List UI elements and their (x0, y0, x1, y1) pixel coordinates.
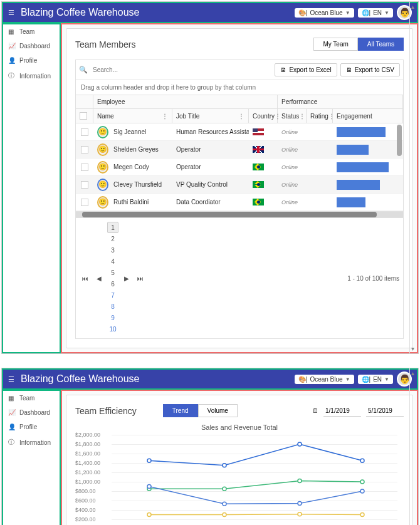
col-menu-icon[interactable]: ⋮ (299, 113, 305, 120)
scrollbar[interactable]: ▴ ▾ (409, 368, 418, 525)
col-menu-icon[interactable]: ⋮ (162, 113, 168, 120)
first-page-button[interactable]: ⏮ (80, 273, 91, 284)
volume-button[interactable]: Volume (198, 404, 238, 417)
page-5[interactable]: 5 (107, 267, 118, 278)
card-title: Team Members (75, 39, 313, 49)
sidebar-item-profile[interactable]: 👤Profile (3, 420, 60, 434)
globe-icon: 🌐| (362, 9, 371, 16)
select-all-header[interactable] (76, 109, 93, 123)
col-status[interactable]: Status⋮ (278, 109, 307, 123)
page-4[interactable]: 4 (107, 256, 118, 267)
page-10[interactable]: 10 (107, 323, 118, 335)
export-excel-button[interactable]: 🗎Export to Excel (275, 63, 337, 76)
last-page-button[interactable]: ⏭ (135, 273, 146, 284)
page-1[interactable]: 1 (107, 222, 118, 233)
y-tick: $600.00 (75, 497, 96, 504)
table-row[interactable]: 🙂Ruthi BaldiniData CoordiatorOnline (76, 194, 403, 211)
table-row[interactable]: 🙂Clevey ThursfieldVP Quality ControlOnli… (76, 176, 403, 194)
prev-page-button[interactable]: ◀ (93, 273, 105, 284)
row-job: Human Resources Assistant III (172, 128, 249, 135)
scroll-down-icon[interactable]: ▾ (411, 345, 414, 352)
pager-info: 1 - 10 of 100 items (347, 275, 399, 282)
theme-dropdown[interactable]: 🎨|Ocean Blue▼ (295, 8, 354, 18)
app-title: Blazing Coffee Warehouse (21, 373, 295, 385)
sidebar-item-team[interactable]: ▦Team (3, 391, 60, 405)
all-teams-button[interactable]: All Teams (358, 38, 404, 51)
svg-point-9 (223, 487, 226, 491)
col-name[interactable]: Name⋮ (93, 109, 172, 123)
chart-mode-toggle: Trend Volume (163, 404, 238, 417)
trend-button[interactable]: Trend (163, 404, 198, 417)
col-menu-icon[interactable]: ⋮ (238, 113, 244, 120)
date-to-input[interactable] (366, 405, 404, 417)
sidebar-item-profile[interactable]: 👤Profile (3, 53, 60, 68)
chevron-down-icon: ▼ (345, 10, 350, 16)
export-csv-button[interactable]: 🗎Export to CSV (340, 63, 400, 76)
col-rating[interactable]: Rating⋮ (307, 109, 333, 123)
svg-point-7 (360, 513, 364, 517)
page-2[interactable]: 2 (107, 233, 118, 244)
row-checkbox[interactable] (76, 146, 93, 153)
row-checkbox[interactable] (76, 128, 93, 136)
sidebar-item-dashboard[interactable]: 📈Dashboard (3, 39, 60, 53)
row-avatar: 🙂 (93, 161, 110, 174)
series-CALA (149, 514, 362, 515)
panel-team-members: ▴ ▾ ☰ Blazing Coffee Warehouse 🎨|Ocean B… (1, 1, 419, 354)
row-country (249, 128, 278, 135)
col-engagement[interactable]: Engagement (333, 109, 403, 123)
table-row[interactable]: 🙂Sig JeannelHuman Resources Assistant II… (76, 123, 403, 141)
lang-dropdown[interactable]: 🌐|EN▼ (358, 8, 393, 18)
lang-dropdown[interactable]: 🌐|EN▼ (358, 375, 393, 384)
sidebar-item-information[interactable]: ⓘInformation (3, 68, 60, 84)
globe-icon: 🌐| (362, 376, 371, 383)
info-icon: ⓘ (8, 71, 16, 80)
hamburger-icon[interactable]: ☰ (8, 9, 14, 17)
row-country (249, 146, 278, 153)
col-job[interactable]: Job Title⋮ (172, 109, 249, 123)
page-9[interactable]: 9 (107, 312, 118, 323)
next-page-button[interactable]: ▶ (121, 273, 132, 284)
search-input[interactable] (91, 65, 271, 75)
svg-point-10 (298, 479, 302, 483)
row-name: Ruthi Baldini (110, 199, 172, 205)
row-checkbox[interactable] (76, 164, 93, 171)
theme-dropdown[interactable]: 🎨|Ocean Blue▼ (295, 375, 354, 384)
row-checkbox[interactable] (76, 199, 93, 206)
sidebar-item-team[interactable]: ▦Team (3, 24, 60, 39)
search-icon: 🔍 (79, 66, 88, 74)
hamburger-icon[interactable]: ☰ (8, 375, 14, 383)
chart-title: Sales and Revenue Total (75, 424, 404, 431)
page-8[interactable]: 8 (107, 301, 118, 312)
row-status: Online (278, 199, 307, 205)
svg-point-11 (360, 480, 364, 484)
scrollbar[interactable]: ▴ ▾ (409, 2, 418, 353)
y-tick: $2,000.00 (75, 432, 100, 438)
row-checkbox[interactable] (76, 181, 93, 189)
svg-point-15 (360, 489, 364, 493)
app-title: Blazing Coffee Warehouse (21, 7, 295, 18)
row-engagement (333, 162, 403, 172)
scroll-up-icon[interactable]: ▴ (411, 370, 414, 377)
vertical-scrollbar[interactable] (397, 125, 402, 156)
col-country[interactable]: Country⋮ (249, 109, 278, 123)
palette-icon: 🎨| (298, 9, 308, 16)
page-6[interactable]: 6 (107, 278, 118, 289)
sidebar-item-information[interactable]: ⓘInformation (3, 434, 60, 450)
page-3[interactable]: 3 (107, 244, 118, 256)
table-row[interactable]: 🙂Shelden GreyesOperatorOnline (76, 141, 403, 159)
row-engagement (333, 145, 403, 155)
row-name: Shelden Greyes (110, 146, 172, 153)
chart-icon: 📈 (8, 43, 16, 49)
horizontal-scrollbar[interactable] (75, 212, 404, 218)
page-7[interactable]: 7 (107, 289, 118, 301)
scroll-up-icon[interactable]: ▴ (411, 3, 414, 10)
svg-point-0 (147, 459, 151, 462)
row-engagement (333, 197, 403, 207)
group-drop-zone[interactable]: Drag a column header and drop it here to… (75, 80, 404, 95)
date-from-input[interactable] (323, 405, 361, 417)
csv-icon: 🗎 (346, 66, 352, 73)
calendar-icon[interactable]: 🗓 (312, 407, 318, 414)
sidebar-item-dashboard[interactable]: 📈Dashboard (3, 405, 60, 420)
table-row[interactable]: 🙂Megen CodyOperatorOnline (76, 159, 403, 176)
my-team-button[interactable]: My Team (313, 38, 357, 51)
